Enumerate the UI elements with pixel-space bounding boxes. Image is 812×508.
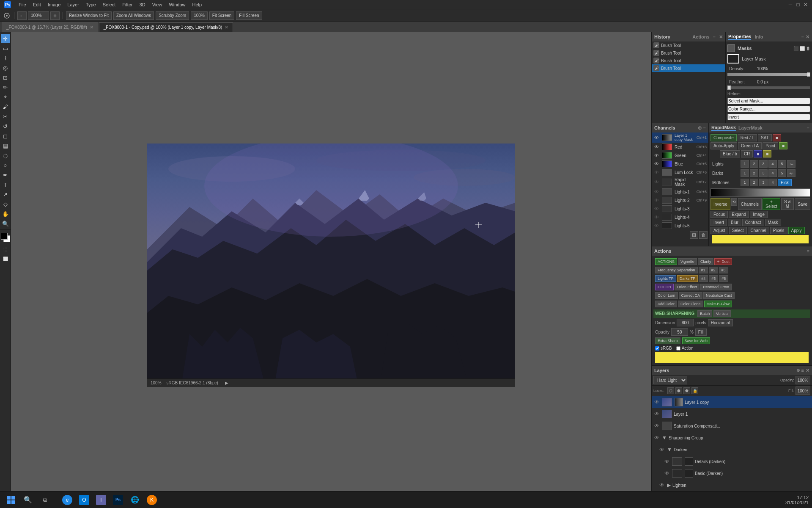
actions-main-btn[interactable]: ACTIONS (655, 258, 677, 265)
resize-window-button[interactable]: Resize Window to Fit (66, 11, 112, 20)
task-view-button[interactable]: ⧉ (37, 493, 52, 507)
ws-horizontal-btn[interactable]: Horizontal (708, 319, 733, 326)
outlook-button[interactable]: O (77, 493, 92, 507)
num1-btn[interactable]: #1 (699, 267, 708, 273)
cr-btn[interactable]: CR (741, 150, 753, 157)
select3-btn[interactable]: Select (729, 227, 747, 234)
rm-inverse-btn[interactable]: Inverse (710, 198, 730, 210)
channel-eye-l3[interactable]: 👁 (653, 206, 659, 212)
density-slider[interactable] (727, 73, 810, 76)
ws-opacity-input[interactable] (671, 328, 688, 336)
layers-icon2[interactable]: ≡ (801, 368, 804, 373)
freq-sep-btn[interactable]: Frequency Separation (655, 267, 698, 273)
rm-inverse-icon-btn[interactable]: ⟲ (731, 198, 737, 206)
layer-item-lighten[interactable]: 👁 ▶ Lighten (657, 479, 812, 491)
lock-position-icon[interactable]: ⬡ (667, 387, 674, 394)
darks-2-btn[interactable]: 2 (750, 169, 758, 177)
actions-menu-icon[interactable]: ≡ (807, 248, 809, 254)
channel-green[interactable]: 👁 Green Ctrl+4 (652, 151, 708, 160)
sat-color-btn[interactable]: ■ (773, 134, 781, 141)
layer-item-layer1copy[interactable]: 👁 Layer 1 copy (652, 396, 812, 408)
sat-btn[interactable]: SAT (758, 134, 772, 141)
midtones-1-btn[interactable]: 1 (741, 179, 749, 186)
main-canvas[interactable] (147, 144, 515, 387)
density-slider-handle[interactable] (807, 72, 810, 77)
menu-select[interactable]: Select (99, 1, 119, 8)
rm-sm-btn[interactable]: S & M (781, 198, 794, 210)
channel-eye-rpm[interactable]: 👁 (653, 179, 659, 185)
image-btn[interactable]: Image (750, 211, 768, 218)
rectangle-select-tool[interactable]: ▭ (1, 44, 10, 53)
cr-color-btn[interactable]: ■ (754, 150, 762, 157)
menu-filter[interactable]: Filter (119, 1, 136, 8)
actions-tab-btn[interactable]: Actions (692, 34, 709, 40)
menu-view[interactable]: View (149, 1, 166, 8)
fill-screen-button[interactable]: Fill Screen (236, 11, 262, 20)
channel-eye-green[interactable]: 👁 (653, 152, 659, 158)
layer-item-darken[interactable]: 👁 ▼ Darken (657, 444, 812, 456)
menu-edit[interactable]: Edit (30, 1, 44, 8)
correct-ca-btn[interactable]: Correct CA (679, 292, 703, 299)
layer-vis-4[interactable]: 👁 (653, 434, 660, 441)
menu-file[interactable]: File (15, 1, 30, 8)
rapidmask-tab[interactable]: RapidMask (711, 125, 736, 131)
history-item-3[interactable]: 🖌 Brush Tool (652, 57, 725, 64)
clarity-btn[interactable]: Clarity (698, 258, 714, 265)
history-item-4[interactable]: 🖌 Brush Tool (652, 64, 725, 72)
channel-lights2[interactable]: 👁 Lights-2 Ctrl+9 (652, 196, 708, 204)
tonal-bar[interactable] (710, 188, 810, 197)
properties-tab-active[interactable]: Properties (728, 34, 751, 40)
menu-window[interactable]: Window (165, 1, 189, 8)
channels-icon2[interactable]: ≡ (703, 125, 706, 131)
channel-layer-mask[interactable]: 👁 Layer 1 copy Mask Ctrl+1 (652, 133, 708, 143)
start-button[interactable] (3, 493, 19, 507)
photoshop-button[interactable]: Ps (110, 493, 126, 507)
midtones-2-btn[interactable]: 2 (750, 179, 758, 186)
lights-2-btn[interactable]: 2 (750, 160, 758, 168)
gradient-tool[interactable]: ▤ (1, 141, 10, 150)
lights-5-btn[interactable]: 5 (778, 160, 786, 168)
layer-vis-3[interactable]: 👁 (653, 422, 660, 429)
rm-invert-btn[interactable]: Invert (710, 219, 727, 226)
chrome-button[interactable]: 🌐 (127, 493, 143, 507)
blue-b-btn[interactable]: Blue / b (720, 150, 740, 157)
channel-eye-luml[interactable]: 👁 (653, 169, 659, 175)
tab-1-close[interactable]: ✕ (90, 25, 93, 30)
red-l-btn[interactable]: Red / L (738, 134, 757, 141)
props-icon1[interactable]: ≡ (801, 34, 804, 40)
type-tool[interactable]: T (1, 180, 10, 189)
lock-artboard-icon[interactable]: ⬟ (683, 387, 690, 394)
channel-eye-red[interactable]: 👁 (653, 144, 659, 150)
edge-button[interactable]: e (60, 493, 75, 507)
lights-3-btn[interactable]: 3 (759, 160, 768, 168)
lights-4-btn[interactable]: 4 (768, 160, 777, 168)
crop-tool[interactable]: ⊡ (1, 73, 10, 82)
history-menu-icon[interactable]: ✕ (719, 34, 723, 40)
history-collapse-icon[interactable]: ≡ (713, 34, 716, 40)
properties-panel-header[interactable]: Properties Info ≡ ✕ (726, 32, 812, 41)
add-color-btn[interactable]: Add Color (655, 301, 677, 307)
darks-1-btn[interactable]: 1 (741, 169, 749, 177)
history-item-1[interactable]: 🖌 Brush Tool (652, 41, 725, 49)
zoom-tool[interactable]: 🔍 (1, 219, 10, 228)
layer-vis-6[interactable]: 👁 (664, 458, 670, 465)
layers-icon1[interactable]: ⊕ (796, 368, 800, 373)
orion-btn[interactable]: Orion Effect (675, 284, 700, 290)
shape-tool[interactable]: ◇ (1, 199, 10, 209)
channel-rapid-mask[interactable]: 👁 Rapid Mask Ctrl+7 (652, 177, 708, 188)
menu-3d[interactable]: 3D (136, 1, 149, 8)
num5-btn[interactable]: #5 (709, 275, 718, 282)
channel-eye-blue[interactable]: 👁 (653, 161, 659, 167)
mask-vector-icon[interactable]: ⬜ (800, 46, 805, 51)
tab-2-close[interactable]: ✕ (225, 25, 228, 30)
midtones-4-btn[interactable]: 4 (768, 179, 777, 186)
pen-tool[interactable]: ✒ (1, 170, 10, 179)
clone-stamp-tool[interactable]: ✂ (1, 112, 10, 121)
zoom-out-button[interactable]: - (17, 11, 27, 20)
lights-tp-btn[interactable]: Lights TP (655, 275, 676, 282)
krita-button[interactable]: K (144, 493, 159, 507)
contract-btn[interactable]: Contract (742, 219, 764, 226)
zoom-in-button[interactable]: + (50, 11, 60, 20)
channel-delete-btn[interactable]: 🗑 (699, 231, 708, 239)
channel-eye-l5[interactable]: 👁 (653, 223, 659, 229)
